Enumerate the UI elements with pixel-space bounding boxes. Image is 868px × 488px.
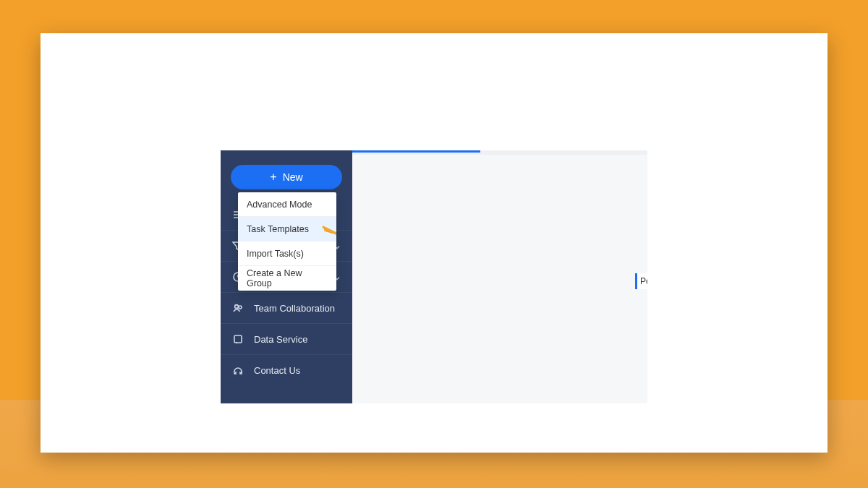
app-window: + New Advanced Mode Task Templates bbox=[221, 150, 647, 403]
team-icon bbox=[232, 302, 244, 314]
sidebar-item-label: Contact Us bbox=[254, 365, 300, 376]
dropdown-item-create-group[interactable]: Create a New Group bbox=[238, 266, 336, 291]
sidebar-item-label: Team Collaboration bbox=[254, 303, 335, 314]
right-edge-tag-label: Po bbox=[640, 276, 647, 286]
new-dropdown: Advanced Mode Task Templates Import Task… bbox=[238, 192, 336, 291]
dropdown-item-label: Advanced Mode bbox=[247, 200, 312, 210]
progress-bar bbox=[352, 150, 480, 153]
sidebar-item-label: Data Service bbox=[254, 334, 307, 345]
dropdown-item-import-tasks[interactable]: Import Task(s) bbox=[238, 241, 336, 266]
database-icon bbox=[232, 333, 244, 345]
new-button-label: New bbox=[283, 171, 303, 183]
new-button[interactable]: + New bbox=[231, 165, 342, 189]
sidebar-item-team-collaboration[interactable]: Team Collaboration bbox=[221, 293, 352, 324]
app-card: + New Advanced Mode Task Templates bbox=[41, 33, 827, 453]
svg-point-1 bbox=[235, 305, 239, 309]
dropdown-item-label: Import Task(s) bbox=[247, 249, 304, 259]
cursor-arrow-icon bbox=[320, 224, 336, 237]
main-content: Po bbox=[352, 150, 647, 403]
dropdown-item-advanced-mode[interactable]: Advanced Mode bbox=[238, 192, 336, 217]
sidebar: + New Advanced Mode Task Templates bbox=[221, 150, 352, 403]
svg-rect-3 bbox=[234, 335, 242, 343]
sidebar-item-data-service[interactable]: Data Service bbox=[221, 324, 352, 355]
dropdown-item-label: Create a New Group bbox=[247, 268, 328, 288]
headset-icon bbox=[232, 365, 244, 377]
plus-icon: + bbox=[270, 171, 276, 183]
dropdown-item-task-templates[interactable]: Task Templates bbox=[238, 217, 336, 241]
dropdown-item-label: Task Templates bbox=[247, 224, 309, 234]
svg-point-2 bbox=[239, 306, 242, 309]
sidebar-item-contact-us[interactable]: Contact Us bbox=[221, 355, 352, 386]
right-edge-tag[interactable]: Po bbox=[635, 273, 647, 289]
